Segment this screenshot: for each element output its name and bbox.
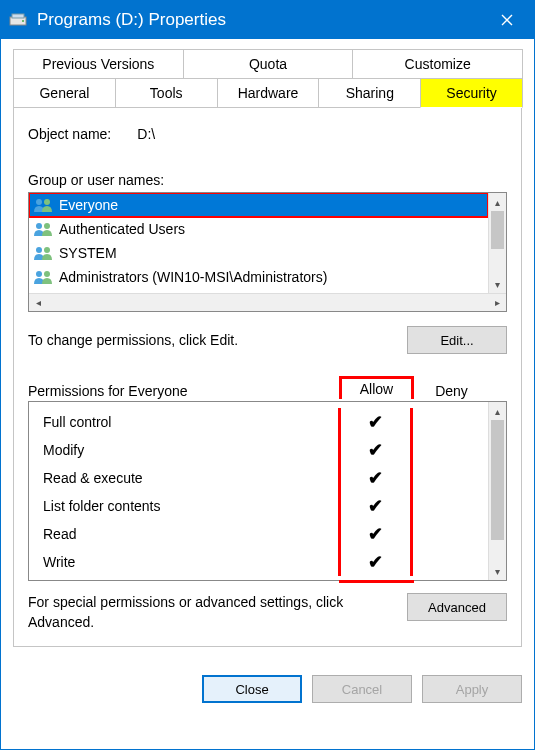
tab-security[interactable]: Security xyxy=(420,78,523,108)
apply-button[interactable]: Apply xyxy=(422,675,522,703)
svg-point-10 xyxy=(44,271,50,277)
close-window-button[interactable] xyxy=(484,1,530,39)
users-icon xyxy=(33,269,53,285)
permission-allow-cell: ✔ xyxy=(338,492,413,520)
permission-name: Read & execute xyxy=(43,470,338,486)
group-list-hscrollbar[interactable]: ◂ ▸ xyxy=(29,293,506,311)
group-item-label: Administrators (WIN10-MSI\Administrators… xyxy=(59,269,327,285)
svg-point-4 xyxy=(44,199,50,205)
cancel-button[interactable]: Cancel xyxy=(312,675,412,703)
checkmark-icon: ✔ xyxy=(368,412,383,432)
client-area: Previous Versions Quota Customize Genera… xyxy=(1,39,534,659)
close-button[interactable]: Close xyxy=(202,675,302,703)
edit-hint-text: To change permissions, click Edit. xyxy=(28,332,397,348)
users-icon xyxy=(33,245,53,261)
svg-rect-1 xyxy=(12,14,24,18)
tab-sharing[interactable]: Sharing xyxy=(318,78,421,108)
tab-strip: Previous Versions Quota Customize Genera… xyxy=(13,49,522,108)
allow-column-header: Allow xyxy=(339,376,414,399)
tab-previous-versions[interactable]: Previous Versions xyxy=(13,49,184,78)
checkmark-icon: ✔ xyxy=(368,496,383,516)
permission-row: Write✔ xyxy=(29,548,488,576)
scroll-thumb[interactable] xyxy=(491,211,504,249)
group-item-label: Authenticated Users xyxy=(59,221,185,237)
permission-allow-cell: ✔ xyxy=(338,464,413,492)
permission-name: Modify xyxy=(43,442,338,458)
permission-row: List folder contents✔ xyxy=(29,492,488,520)
advanced-button[interactable]: Advanced xyxy=(407,593,507,621)
group-item-label: Everyone xyxy=(59,197,118,213)
group-listbox[interactable]: EveryoneAuthenticated UsersSYSTEMAdminis… xyxy=(28,192,507,312)
drive-icon xyxy=(9,12,27,28)
scroll-thumb[interactable] xyxy=(491,420,504,540)
permission-name: List folder contents xyxy=(43,498,338,514)
svg-point-8 xyxy=(44,247,50,253)
tab-general[interactable]: General xyxy=(13,78,116,108)
permission-row: Modify✔ xyxy=(29,436,488,464)
svg-point-6 xyxy=(44,223,50,229)
object-name-value: D:\ xyxy=(137,126,155,142)
permission-allow-cell: ✔ xyxy=(338,548,413,576)
scroll-left-icon[interactable]: ◂ xyxy=(29,294,47,311)
tab-panel-security: Object name: D:\ Group or user names: Ev… xyxy=(13,107,522,647)
checkmark-icon: ✔ xyxy=(368,552,383,572)
svg-point-5 xyxy=(36,223,42,229)
svg-point-2 xyxy=(22,20,24,22)
scroll-down-icon[interactable]: ▾ xyxy=(489,562,506,580)
group-item[interactable]: Everyone xyxy=(29,193,488,217)
dialog-button-bar: Close Cancel Apply xyxy=(1,659,534,719)
permissions-for-label: Permissions for Everyone xyxy=(28,383,339,399)
svg-point-3 xyxy=(36,199,42,205)
users-icon xyxy=(33,221,53,237)
group-item[interactable]: SYSTEM xyxy=(29,241,488,265)
scroll-down-icon[interactable]: ▾ xyxy=(489,275,506,293)
group-item[interactable]: Administrators (WIN10-MSI\Administrators… xyxy=(29,265,488,289)
group-item-label: SYSTEM xyxy=(59,245,117,261)
permission-row: Read✔ xyxy=(29,520,488,548)
permission-allow-cell: ✔ xyxy=(338,408,413,436)
permission-allow-cell: ✔ xyxy=(338,520,413,548)
tab-hardware[interactable]: Hardware xyxy=(217,78,320,108)
permission-name: Full control xyxy=(43,414,338,430)
tab-quota[interactable]: Quota xyxy=(183,49,354,78)
group-user-names-label: Group or user names: xyxy=(28,172,507,188)
advanced-hint-text: For special permissions or advanced sett… xyxy=(28,593,397,632)
permission-row: Full control✔ xyxy=(29,408,488,436)
checkmark-icon: ✔ xyxy=(368,440,383,460)
permissions-vscrollbar[interactable]: ▴ ▾ xyxy=(488,402,506,580)
title-bar: Programs (D:) Properties xyxy=(1,1,534,39)
window-title: Programs (D:) Properties xyxy=(37,10,484,30)
svg-point-7 xyxy=(36,247,42,253)
users-icon xyxy=(33,197,53,213)
group-list-vscrollbar[interactable]: ▴ ▾ xyxy=(488,193,506,293)
permission-name: Write xyxy=(43,554,338,570)
permissions-listbox[interactable]: Full control✔Modify✔Read & execute✔List … xyxy=(28,401,507,581)
permission-allow-cell: ✔ xyxy=(338,436,413,464)
checkmark-icon: ✔ xyxy=(368,468,383,488)
object-name-label: Object name: xyxy=(28,126,111,142)
group-item[interactable]: Authenticated Users xyxy=(29,217,488,241)
deny-column-header: Deny xyxy=(414,383,489,399)
permission-name: Read xyxy=(43,526,338,542)
checkmark-icon: ✔ xyxy=(368,524,383,544)
scroll-up-icon[interactable]: ▴ xyxy=(489,193,506,211)
edit-button[interactable]: Edit... xyxy=(407,326,507,354)
scroll-right-icon[interactable]: ▸ xyxy=(488,294,506,311)
scroll-up-icon[interactable]: ▴ xyxy=(489,402,506,420)
permission-row: Read & execute✔ xyxy=(29,464,488,492)
tab-tools[interactable]: Tools xyxy=(115,78,218,108)
tab-customize[interactable]: Customize xyxy=(352,49,523,78)
svg-point-9 xyxy=(36,271,42,277)
